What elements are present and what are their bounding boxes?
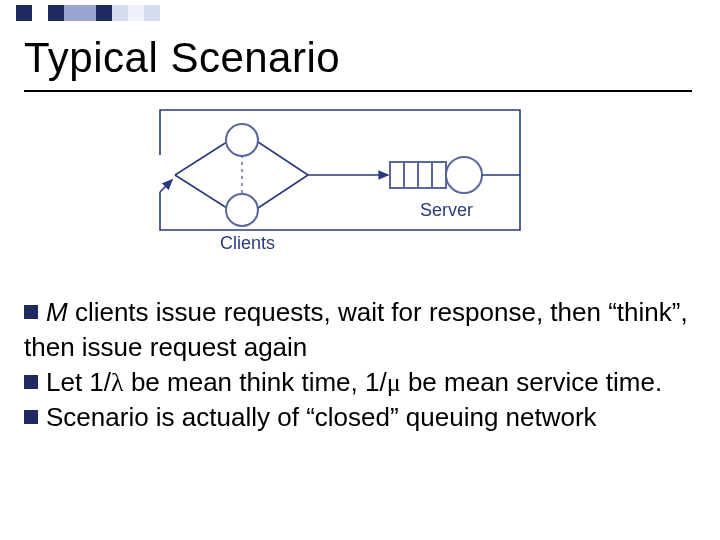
join-line <box>255 175 308 210</box>
deco-square <box>0 5 16 21</box>
deco-square <box>112 5 128 21</box>
italic-m: M <box>46 297 68 327</box>
bullet3-text: Scenario is actually of “closed” queuing… <box>46 402 597 432</box>
fork-line <box>175 175 230 210</box>
bullet2-a: Let 1/ <box>46 367 111 397</box>
bullet1-text: clients issue requests, wait for respons… <box>24 297 688 362</box>
deco-square <box>80 5 96 21</box>
bullet2-c: be mean service time. <box>401 367 663 397</box>
server-node <box>446 157 482 193</box>
deco-square <box>32 5 48 21</box>
deco-square <box>64 5 80 21</box>
slide: Typical Scenario <box>0 0 720 540</box>
bullet-square-icon <box>24 305 38 319</box>
client-node-top <box>226 124 258 156</box>
decorative-squares-row <box>0 5 720 21</box>
join-line <box>255 140 308 175</box>
client-node-bottom <box>226 194 258 226</box>
arrow-into-fork <box>160 180 172 192</box>
bullet-square-icon <box>24 410 38 424</box>
deco-square <box>144 5 160 21</box>
bullet-line-1: M clients issue requests, wait for respo… <box>24 295 696 365</box>
deco-square <box>96 5 112 21</box>
fork-line <box>175 140 230 175</box>
body-text: M clients issue requests, wait for respo… <box>24 295 696 435</box>
bullet-square-icon <box>24 375 38 389</box>
bullet2-b: be mean think time, 1/ <box>124 367 387 397</box>
clients-label: Clients <box>220 233 275 254</box>
queuing-diagram: Server Clients <box>120 100 540 265</box>
deco-square <box>16 5 32 21</box>
slide-title: Typical Scenario <box>24 34 340 82</box>
server-label: Server <box>420 200 473 221</box>
deco-square <box>48 5 64 21</box>
title-underline <box>24 90 692 92</box>
diagram-svg <box>120 100 540 270</box>
bullet-line-3: Scenario is actually of “closed” queuing… <box>24 400 696 435</box>
lambda-symbol: λ <box>111 368 124 397</box>
deco-square <box>128 5 144 21</box>
bullet-line-2: Let 1/λ be mean think time, 1/μ be mean … <box>24 365 696 400</box>
mu-symbol: μ <box>387 368 401 397</box>
